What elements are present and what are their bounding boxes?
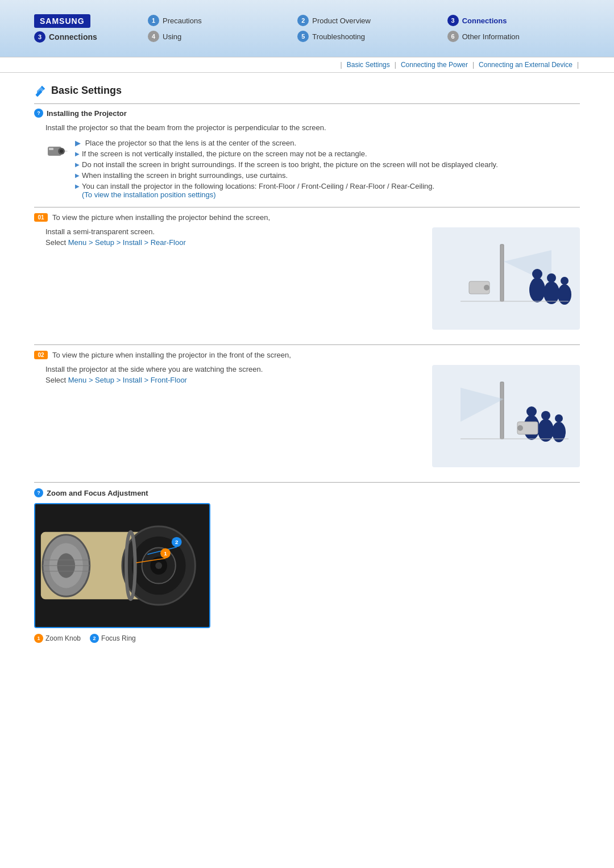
bullet-arrow-2: ▶ [75, 161, 80, 169]
bullet-main: ▶ Place the projector so that the lens i… [75, 139, 569, 147]
nav-num-3: 3 [447, 15, 459, 26]
breadcrumb: | Basic Settings | Connecting the Power … [0, 57, 614, 73]
svg-point-22 [526, 406, 537, 417]
front-floor-diagram [438, 371, 574, 462]
nav-item-connections[interactable]: 3 Connections [447, 15, 580, 26]
svg-marker-20 [460, 388, 504, 422]
svg-marker-9 [504, 250, 551, 284]
sep-3: | [472, 61, 474, 69]
svg-text:2: 2 [175, 539, 179, 545]
step-01-header: 01 To view the picture when installing t… [34, 213, 580, 222]
zoom-labels: 1 Zoom Knob 2 Focus Ring [34, 634, 580, 643]
bullet-arrow-3: ▶ [75, 172, 80, 180]
info-block-installing: ▶ Place the projector so that the lens i… [45, 139, 569, 201]
pencil-icon [34, 84, 47, 97]
nav-label-2: Product Overview [312, 16, 371, 25]
breadcrumb-connecting-external[interactable]: Connecting an External Device [479, 61, 572, 69]
bullet-item-3: ▶ When installing the screen in bright s… [75, 171, 569, 180]
subsection-title-installing: Installing the Projector [47, 109, 127, 118]
nav-item-troubleshooting[interactable]: 5 Troubleshooting [297, 31, 430, 42]
svg-point-42 [155, 562, 162, 569]
step-02-content: Install the projector at the side where … [45, 365, 580, 467]
breadcrumb-connecting-power[interactable]: Connecting the Power [401, 61, 468, 69]
step-01-content: Install a semi-transparent screen. Selec… [45, 227, 580, 330]
zoom-diagram: 2 1 [35, 503, 209, 628]
step-01-line1: Install a semi-transparent screen. [45, 227, 421, 236]
sep-1: | [341, 61, 342, 69]
step-02-header: 02 To view the picture when installing t… [34, 351, 580, 359]
svg-text:1: 1 [164, 550, 167, 556]
svg-point-11 [532, 269, 542, 279]
svg-rect-8 [500, 244, 504, 301]
nav-num-6: 6 [447, 31, 459, 42]
step-02-menu-link[interactable]: Menu > Setup > Install > Front-Floor [68, 376, 187, 384]
installing-intro: Install the projector so that the beam f… [45, 123, 580, 132]
rear-floor-diagram [438, 233, 574, 324]
installation-position-link[interactable]: (To view the installation position setti… [82, 190, 216, 199]
svg-point-13 [547, 273, 556, 283]
step-01-image [432, 227, 580, 330]
nav-label-5: Troubleshooting [312, 32, 365, 41]
svg-point-25 [552, 422, 566, 442]
bullet-item-2: ▶ Do not install the screen in bright su… [75, 160, 569, 169]
step-01-menu-link[interactable]: Menu > Setup > Install > Rear-Floor [68, 238, 186, 247]
zoom-label-1: 1 Zoom Knob [34, 634, 81, 643]
zoom-label-1-text: Zoom Knob [45, 634, 81, 642]
svg-point-23 [538, 419, 554, 442]
main-content: Basic Settings ? Installing the Projecto… [0, 73, 614, 666]
nav-num-5: 5 [297, 31, 309, 42]
svg-point-12 [544, 281, 559, 304]
nav-label-1: Precautions [163, 16, 202, 25]
bullet-item-4: ▶ You can install the projector in the f… [75, 182, 569, 199]
nav-num-4: 4 [148, 31, 159, 42]
bullet-arrow-main: ▶ [75, 139, 81, 147]
subsection-zoom: ? Zoom and Focus Adjustment [34, 482, 580, 649]
subsection-installing: ? Installing the Projector Install the p… [34, 103, 580, 473]
nav-item-precautions[interactable]: 1 Precautions [148, 15, 280, 26]
nav-item-other-info[interactable]: 6 Other Information [447, 31, 580, 42]
zoom-callout-1: 1 [34, 634, 43, 643]
zoom-callout-2: 2 [90, 634, 99, 643]
nav-item-using[interactable]: 4 Using [148, 31, 280, 42]
section-title-basic-settings: Basic Settings [34, 84, 580, 97]
nav-label-6: Other Information [462, 32, 520, 41]
nav-num-2: 2 [297, 15, 309, 26]
zoom-image-container: 2 1 [34, 503, 210, 628]
bullet-arrow-4: ▶ [75, 183, 80, 199]
nav-item-product-overview[interactable]: 2 Product Overview [297, 15, 430, 26]
step-02-text: Install the projector at the side where … [45, 365, 421, 467]
active-section-label: Connections [49, 32, 97, 41]
svg-marker-1 [37, 86, 45, 94]
sep-2: | [395, 61, 396, 69]
bullet-arrow-1: ▶ [75, 151, 80, 158]
step-02-image [432, 365, 580, 467]
step-02-box: 02 To view the picture when installing t… [34, 344, 580, 473]
svg-point-10 [529, 277, 545, 302]
sep-4: | [577, 61, 579, 69]
svg-point-28 [517, 425, 523, 431]
breadcrumb-basic-settings[interactable]: Basic Settings [347, 61, 390, 69]
svg-point-15 [561, 277, 569, 285]
step-02-line2: Select Menu > Setup > Install > Front-Fl… [45, 376, 421, 384]
step-01-box: 01 To view the picture when installing t… [34, 207, 580, 335]
step-02-line1: Install the projector at the side where … [45, 365, 421, 373]
nav-label-3: Connections [462, 16, 507, 25]
nav-grid: 1 Precautions 2 Product Overview 3 Conne… [148, 15, 580, 42]
svg-point-26 [555, 414, 563, 422]
step-02-desc: To view the picture when installing the … [52, 351, 291, 359]
section-heading: Basic Settings [51, 85, 122, 97]
svg-point-17 [484, 285, 489, 290]
nav-num-1: 1 [148, 15, 159, 26]
projector-icon [45, 140, 68, 163]
samsung-logo: SAMSUNG [34, 14, 90, 28]
step-02-badge: 02 [34, 351, 48, 359]
active-section-num: 3 [34, 31, 45, 43]
step-01-line2: Select Menu > Setup > Install > Rear-Flo… [45, 238, 421, 247]
page-header: SAMSUNG 3 Connections 1 Precautions 2 Pr… [0, 0, 614, 57]
header-left: SAMSUNG 3 Connections [34, 14, 125, 43]
active-section: 3 Connections [34, 31, 97, 43]
svg-rect-6 [49, 148, 53, 150]
nav-label-4: Using [163, 32, 181, 41]
zoom-label-2: 2 Focus Ring [90, 634, 136, 643]
subsection-header-zoom: ? Zoom and Focus Adjustment [34, 488, 580, 497]
